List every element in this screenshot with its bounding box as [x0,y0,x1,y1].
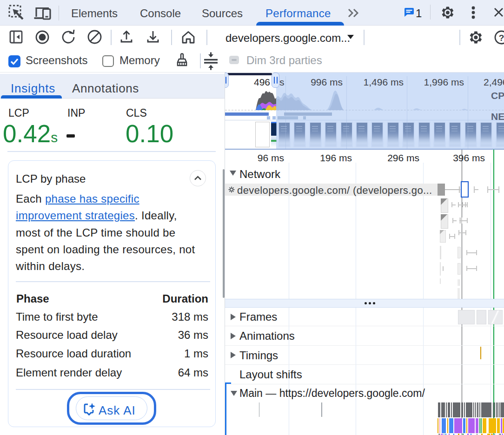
svg-text:?: ? [499,33,504,43]
